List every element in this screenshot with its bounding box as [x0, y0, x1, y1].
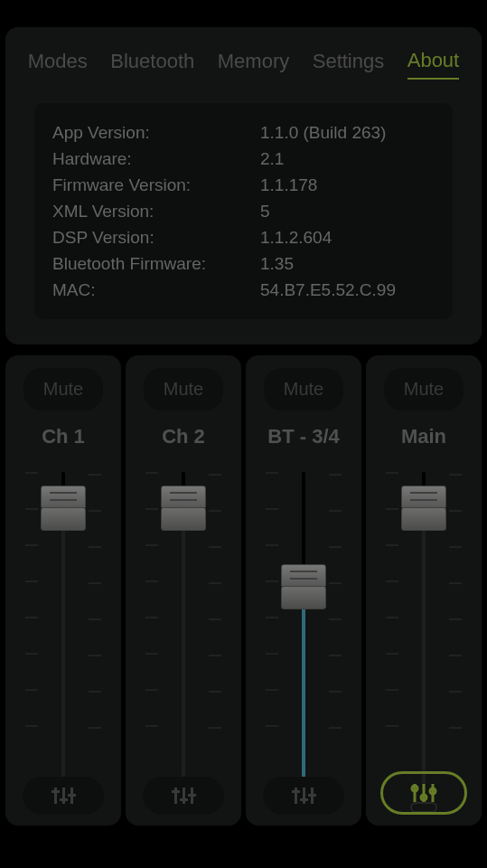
tab-memory[interactable]: Memory — [218, 46, 289, 79]
about-row-app-version: App Version:1.1.0 (Build 263) — [52, 119, 435, 146]
about-info-card: App Version:1.1.0 (Build 263) Hardware:2… — [34, 103, 453, 319]
channel-main: MuteMain — [366, 355, 482, 826]
sliders-icon — [183, 788, 185, 804]
about-value: 1.1.178 — [260, 172, 435, 198]
mute-button-bt34[interactable]: Mute — [264, 368, 343, 410]
fader-knob[interactable] — [281, 564, 326, 608]
channel-eq-button-ch1[interactable] — [23, 777, 104, 815]
tab-settings[interactable]: Settings — [313, 46, 385, 79]
about-row-xml: XML Version:5 — [52, 198, 435, 224]
about-label: Bluetooth Firmware: — [52, 250, 260, 277]
about-value: 1.1.2.604 — [260, 224, 435, 250]
about-panel: Modes Bluetooth Memory Settings About Ap… — [5, 27, 482, 344]
about-label: XML Version: — [52, 198, 260, 224]
about-value: 1.1.0 (Build 263) — [260, 119, 435, 146]
tab-bar: Modes Bluetooth Memory Settings About — [5, 45, 482, 96]
about-value: 2.1 — [260, 146, 435, 172]
main-eq-button[interactable] — [380, 771, 467, 815]
about-label: App Version: — [52, 119, 260, 146]
sliders-icon — [70, 788, 73, 804]
about-label: Hardware: — [52, 146, 260, 172]
fader-bt34[interactable] — [276, 472, 331, 791]
fader-knob[interactable] — [161, 486, 206, 529]
about-label: DSP Version: — [52, 224, 260, 250]
mute-button-ch2[interactable]: Mute — [144, 368, 223, 410]
channel-eq-button-ch2[interactable] — [143, 777, 224, 815]
sliders-icon — [191, 788, 193, 804]
about-label: Firmware Version: — [52, 172, 260, 198]
sliders-icon — [62, 788, 65, 804]
about-row-dsp: DSP Version:1.1.2.604 — [52, 224, 435, 250]
mute-button-main[interactable]: Mute — [384, 368, 464, 410]
channel-bt34: MuteBT - 3/4 — [246, 355, 361, 826]
sliders-icon — [174, 788, 177, 804]
mute-button-ch1[interactable]: Mute — [23, 368, 103, 410]
fader-ch1[interactable] — [36, 472, 90, 791]
sliders-icon — [54, 788, 57, 804]
fader-knob[interactable] — [401, 486, 446, 529]
about-row-hardware: Hardware:2.1 — [52, 146, 435, 172]
channel-ch1: MuteCh 1 — [5, 355, 121, 826]
sliders-icon — [303, 788, 305, 804]
about-label: MAC: — [52, 277, 260, 303]
channel-label: Ch 1 — [42, 425, 85, 448]
sliders-icon — [311, 788, 314, 804]
channel-eq-button-bt34[interactable] — [263, 777, 344, 815]
sliders-icon — [295, 788, 297, 804]
channel-ch2: MuteCh 2 — [126, 355, 241, 826]
about-row-firmware: Firmware Version:1.1.178 — [52, 172, 435, 198]
fader-main[interactable] — [397, 472, 451, 791]
fader-knob[interactable] — [41, 486, 86, 529]
fader-ch2[interactable] — [156, 472, 211, 791]
channel-label: Main — [401, 425, 446, 448]
about-row-mac: MAC:54.B7.E5.52.C.99 — [52, 277, 435, 303]
tab-modes[interactable]: Modes — [28, 46, 88, 79]
about-row-bt-fw: Bluetooth Firmware:1.35 — [52, 250, 435, 277]
mixer-row: MuteCh 1MuteCh 2MuteBT - 3/4MuteMain — [5, 355, 482, 826]
tab-about[interactable]: About — [407, 45, 460, 80]
channel-label: Ch 2 — [162, 425, 205, 448]
channel-label: BT - 3/4 — [267, 425, 339, 448]
sliders-icon — [406, 781, 442, 805]
about-value: 54.B7.E5.52.C.99 — [260, 277, 435, 303]
about-value: 5 — [260, 198, 435, 224]
about-value: 1.35 — [260, 250, 435, 277]
tab-bluetooth[interactable]: Bluetooth — [110, 46, 194, 79]
